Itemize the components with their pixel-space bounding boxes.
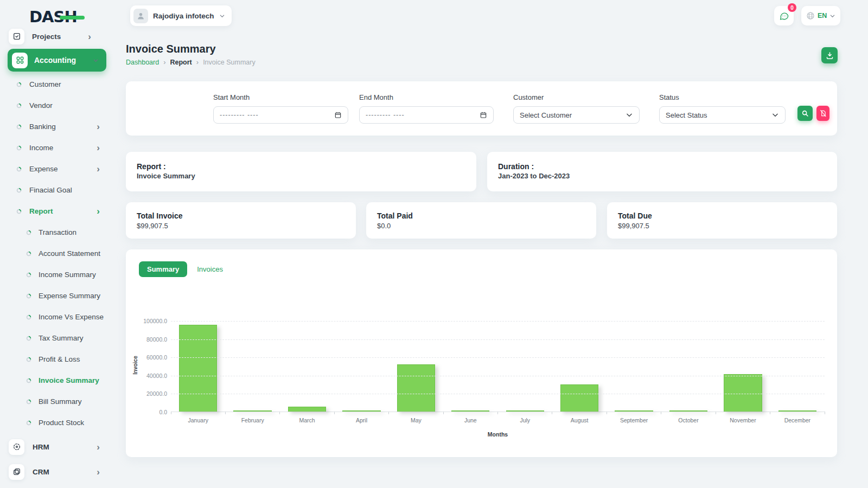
sidebar-item-bill-summary[interactable]: Bill Summary — [0, 391, 114, 412]
sidebar-item-accounting[interactable]: Accounting — [8, 49, 106, 72]
x-tick-mark — [552, 412, 552, 414]
workspace-name: Rajodiya infotech — [153, 12, 214, 20]
tab-summary[interactable]: Summary — [139, 261, 187, 277]
sidebar-item-banking[interactable]: Banking› — [0, 116, 114, 137]
language-code: EN — [818, 12, 827, 20]
search-button[interactable] — [797, 106, 813, 121]
crm-icon — [9, 464, 24, 480]
sidebar-item-income[interactable]: Income› — [0, 137, 114, 158]
search-icon — [801, 110, 809, 117]
x-tick-mark — [607, 412, 607, 414]
sidebar-item-hrm[interactable]: HRM› — [0, 434, 114, 459]
bullet-icon — [26, 357, 31, 362]
sidebar-menu: CustomerVendorBanking›Income›Expense›Fin… — [0, 74, 114, 433]
x-tick-label: July — [498, 417, 552, 423]
x-tick-label: December — [770, 417, 825, 423]
bullet-icon — [26, 336, 31, 341]
gridline — [171, 339, 825, 340]
chart-tabs: Summary Invoices — [139, 261, 223, 277]
bullet-icon — [16, 82, 22, 87]
x-tick-mark — [279, 412, 280, 414]
x-tick-mark — [497, 412, 498, 414]
sidebar-item-profit-loss[interactable]: Profit & Loss — [0, 349, 114, 370]
sidebar-item-label: Customer — [29, 80, 61, 88]
x-tick-mark — [825, 412, 825, 414]
bar-slot-may — [389, 321, 443, 412]
bullet-icon — [26, 230, 31, 235]
sidebar-item-account-statement[interactable]: Account Statement — [0, 243, 114, 264]
notification-badge: 0 — [788, 3, 796, 12]
total-paid-value: $0.0 — [377, 222, 585, 230]
sidebar-item-label: Bill Summary — [39, 397, 82, 406]
chart-x-labels: JanuaryFebruaryMarchAprilMayJuneJulyAugu… — [171, 417, 825, 423]
app-logo[interactable]: DASH — [29, 8, 94, 27]
chevron-right-icon: › — [97, 442, 100, 452]
sidebar-item-report[interactable]: Report› — [0, 201, 114, 222]
x-tick-mark — [225, 412, 226, 414]
x-tick-label: August — [552, 417, 607, 423]
sidebar-item-projects[interactable]: Projects › — [9, 28, 105, 45]
sidebar-item-expense-summary[interactable]: Expense Summary — [0, 285, 114, 306]
breadcrumb-report[interactable]: Report — [170, 59, 192, 66]
x-tick-label: November — [716, 417, 770, 423]
sidebar-item-label: Report — [29, 207, 53, 215]
x-tick-mark — [661, 412, 661, 414]
reset-button[interactable] — [816, 106, 829, 121]
bar-slot-november — [716, 321, 770, 412]
y-tick-label: 60000.0 — [126, 354, 167, 361]
sidebar-item-income-summary[interactable]: Income Summary — [0, 264, 114, 285]
clear-filter-icon — [819, 110, 827, 117]
bar-october — [669, 410, 707, 412]
bar-september — [615, 410, 653, 412]
sidebar-item-customer[interactable]: Customer — [0, 74, 114, 95]
bar-december — [778, 410, 816, 412]
duration-card-value: Jan-2023 to Dec-2023 — [498, 172, 826, 180]
chevron-down-icon — [93, 57, 99, 63]
sidebar-item-product-stock[interactable]: Product Stock — [0, 412, 114, 433]
bar-slot-july — [498, 321, 552, 412]
globe-icon — [806, 11, 815, 20]
sidebar-item-label: Banking — [29, 123, 56, 131]
language-selector[interactable]: EN — [801, 6, 840, 25]
start-month-input[interactable]: --------- ---- — [213, 106, 348, 124]
chevron-down-icon — [829, 13, 835, 19]
messages-button[interactable]: 0 — [774, 6, 794, 25]
sidebar-item-label: Invoice Summary — [39, 376, 99, 384]
x-tick-mark — [443, 412, 444, 414]
gridline — [171, 376, 825, 376]
bullet-icon — [16, 145, 22, 151]
sidebar-item-invoice-summary[interactable]: Invoice Summary — [0, 370, 114, 391]
bar-slot-august — [552, 321, 607, 412]
bar-june — [451, 410, 489, 412]
customer-label: Customer — [513, 93, 640, 101]
workspace-selector[interactable]: Rajodiya infotech — [130, 5, 232, 26]
breadcrumb-dashboard[interactable]: Dashboard — [126, 59, 159, 66]
total-invoice-value: $99,907.5 — [137, 222, 345, 230]
sidebar-item-label: Income Vs Expense — [39, 313, 104, 321]
total-due-value: $99,907.5 — [618, 222, 826, 230]
y-tick-label: 40000.0 — [126, 373, 167, 379]
report-info-card: Report : Invoice Summary — [126, 152, 476, 191]
sidebar-item-crm[interactable]: CRM› — [0, 459, 114, 484]
bullet-icon — [26, 378, 31, 383]
sidebar-item-label: Account Statement — [39, 249, 100, 258]
bullet-icon — [26, 399, 31, 404]
download-button[interactable] — [821, 47, 838, 63]
status-select[interactable]: Select Status — [659, 106, 786, 124]
sidebar-item-transaction[interactable]: Transaction — [0, 222, 114, 243]
duration-info-card: Duration : Jan-2023 to Dec-2023 — [487, 152, 837, 191]
bar-march — [288, 407, 326, 412]
sidebar-item-expense[interactable]: Expense› — [0, 158, 114, 179]
avatar — [133, 9, 148, 23]
bar-slot-march — [280, 321, 334, 412]
tab-invoices[interactable]: Invoices — [197, 265, 223, 273]
x-tick-label: February — [225, 417, 279, 423]
sidebar-item-vendor[interactable]: Vendor — [0, 95, 114, 116]
chart-card: Summary Invoices Invoice 0.020000.040000… — [126, 249, 837, 457]
sidebar-item-tax-summary[interactable]: Tax Summary — [0, 328, 114, 349]
customer-select[interactable]: Select Customer — [513, 106, 640, 124]
sidebar-item-finacial-goal[interactable]: Finacial Goal — [0, 179, 114, 201]
end-month-input[interactable]: --------- ---- — [359, 106, 494, 124]
bar-august — [560, 384, 598, 412]
sidebar-item-income-vs-expense[interactable]: Income Vs Expense — [0, 306, 114, 328]
